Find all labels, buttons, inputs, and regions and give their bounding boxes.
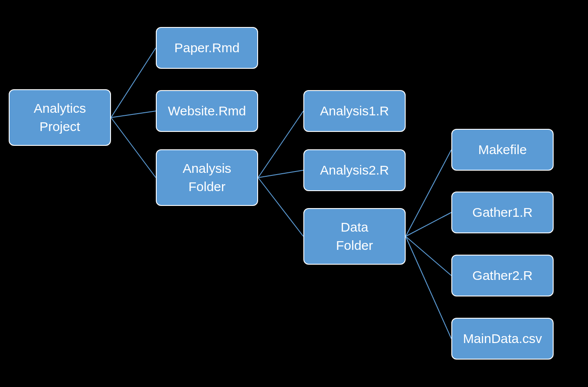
connector-line: [111, 118, 156, 178]
node-label: Analytics Project: [34, 99, 86, 136]
connector-line: [258, 178, 303, 236]
node-label: Paper.Rmd: [174, 39, 239, 57]
connector-line: [111, 111, 156, 118]
diagram-canvas: Analytics Project Paper.Rmd Website.Rmd …: [0, 0, 588, 387]
node-paper-rmd: Paper.Rmd: [156, 27, 258, 69]
node-label: Makefile: [478, 141, 527, 159]
node-website-rmd: Website.Rmd: [156, 90, 258, 132]
node-maindata-csv: MainData.csv: [451, 318, 554, 360]
node-gather2-r: Gather2.R: [451, 255, 554, 296]
node-label: Analysis1.R: [320, 102, 389, 120]
node-label: Data Folder: [336, 218, 373, 255]
node-data-folder: Data Folder: [303, 208, 406, 265]
node-label: Analysis Folder: [183, 159, 232, 196]
node-analysis1-r: Analysis1.R: [303, 90, 406, 132]
node-analysis2-r: Analysis2.R: [303, 149, 406, 191]
connector-line: [111, 48, 156, 118]
connector-line: [406, 150, 451, 236]
node-label: Analysis2.R: [320, 161, 389, 179]
connector-line: [406, 236, 451, 339]
connector-line: [258, 170, 303, 178]
connector-line: [406, 236, 451, 276]
node-makefile: Makefile: [451, 129, 554, 171]
node-analysis-folder: Analysis Folder: [156, 149, 258, 206]
connector-line: [258, 111, 303, 178]
node-label: MainData.csv: [463, 330, 542, 348]
node-analytics-project: Analytics Project: [9, 89, 111, 146]
node-label: Website.Rmd: [168, 102, 246, 120]
node-label: Gather1.R: [472, 203, 532, 222]
node-label: Gather2.R: [472, 266, 532, 285]
node-gather1-r: Gather1.R: [451, 192, 554, 233]
connector-line: [406, 212, 451, 236]
